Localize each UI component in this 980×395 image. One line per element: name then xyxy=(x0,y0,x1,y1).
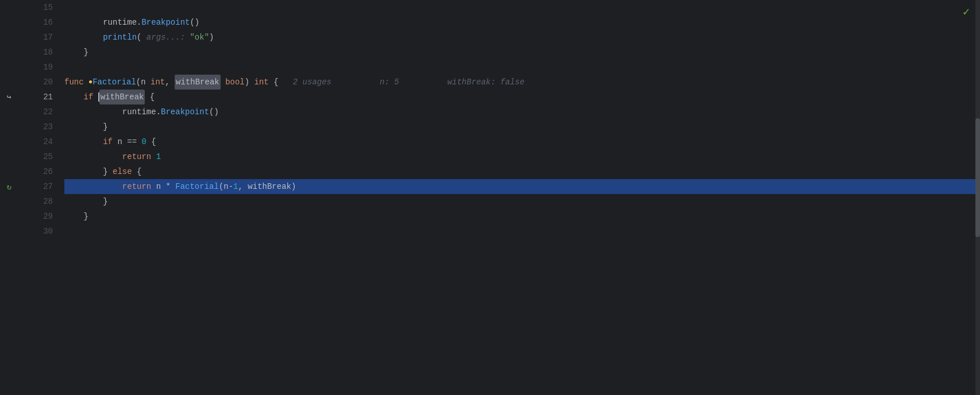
gutter-cell-30 xyxy=(0,224,18,239)
line-num-19: 19 xyxy=(18,60,53,75)
n-value-hint: n: 5 xyxy=(380,75,399,90)
func-kw: func xyxy=(64,75,88,90)
code-line-19 xyxy=(64,60,980,75)
line-num-22: 22 xyxy=(18,104,53,119)
int-type: int xyxy=(151,75,165,90)
n-param: n xyxy=(141,75,151,90)
code-content: runtime.Breakpoint() println( args...: "… xyxy=(60,0,980,395)
factorial-fn: Factorial xyxy=(92,75,136,90)
breakpoint-method2: Breakpoint xyxy=(161,104,209,119)
withbreak-var: withBreak xyxy=(99,90,145,104)
line-num-23: 23 xyxy=(18,119,53,134)
indent xyxy=(64,104,122,119)
indent xyxy=(64,0,103,15)
code-line-23: } xyxy=(64,119,980,134)
indent xyxy=(64,30,103,45)
one-num: 1 xyxy=(156,149,161,164)
line-num-17: 17 xyxy=(18,30,53,45)
gutter-cell-24 xyxy=(0,134,18,149)
ok-string: "ok" xyxy=(190,30,209,45)
code-line-22: runtime.Breakpoint() xyxy=(64,104,980,119)
code-line-26: } else { xyxy=(64,164,980,179)
code-line-16: runtime.Breakpoint() xyxy=(64,15,980,30)
line-num-29: 29 xyxy=(18,209,53,224)
vertical-scrollbar[interactable] xyxy=(975,0,980,395)
line-num-30: 30 xyxy=(18,224,53,239)
usages-hint: 2 usages xyxy=(283,75,331,90)
if-kw2: if xyxy=(103,134,117,149)
code-line-20: func ●Factorial(n int, withBreak bool) i… xyxy=(64,75,980,90)
gutter-cell-15 xyxy=(0,0,18,15)
runtime-obj2: runtime xyxy=(122,104,156,119)
line-num-15: 15 xyxy=(18,0,53,15)
bool-type: bool xyxy=(225,75,245,90)
line-num-25: 25 xyxy=(18,149,53,164)
println-fn: println xyxy=(103,30,137,45)
line-num-27: 27 xyxy=(18,179,53,194)
runtime-obj: runtime xyxy=(103,15,137,30)
line-num-20: 20 xyxy=(18,75,53,90)
gutter-cell-25 xyxy=(0,149,18,164)
gutter-cell-27: ↻ xyxy=(0,179,18,194)
factorial-call: Factorial xyxy=(175,179,219,194)
withbreak-param: withBreak xyxy=(175,75,221,90)
line-num-16: 16 xyxy=(18,15,53,30)
gutter-cell-28 xyxy=(0,194,18,209)
line-num-28: 28 xyxy=(18,194,53,209)
gutter-cell-16 xyxy=(0,15,18,30)
code-line-17: println( args...: "ok") xyxy=(64,30,980,45)
indent xyxy=(64,149,122,164)
gutter-cell-17 xyxy=(0,30,18,45)
gutter-cell-18 xyxy=(0,45,18,60)
line-num-26: 26 xyxy=(18,164,53,179)
line-num-21: 21 xyxy=(18,90,53,104)
gutter-cell-22 xyxy=(0,104,18,119)
line-num-18: 18 xyxy=(18,45,53,60)
code-area: ↪ ↻ 15 16 17 18 19 20 21 22 23 24 xyxy=(0,0,980,395)
code-line-27: return n * Factorial(n-1, withBreak) xyxy=(64,179,980,194)
line-numbers: 15 16 17 18 19 20 21 22 23 24 25 26 27 2… xyxy=(18,0,60,395)
code-line-24: if n == 0 { xyxy=(64,134,980,149)
gutter-cell-19 xyxy=(0,60,18,75)
code-line-25: return 1 xyxy=(64,149,980,164)
gutter-cell-21: ↪ xyxy=(0,90,18,104)
return-kw: return xyxy=(122,149,156,164)
indent xyxy=(64,134,103,149)
n-var2: n xyxy=(156,179,166,194)
n-var: n xyxy=(117,134,127,149)
indent xyxy=(64,90,84,104)
withbreak-value-hint: withBreak: false xyxy=(447,75,524,90)
code-line-28: } xyxy=(64,194,980,209)
one-num2: 1 xyxy=(233,179,238,194)
return-int-type: int xyxy=(254,75,269,90)
checkmark-icon: ✓ xyxy=(963,5,970,19)
code-line-18: } xyxy=(64,45,980,60)
bulb-icon: ● xyxy=(88,75,92,90)
code-editor: ↪ ↻ 15 16 17 18 19 20 21 22 23 24 xyxy=(0,0,980,395)
gutter: ↪ ↻ xyxy=(0,0,18,395)
gutter-cell-23 xyxy=(0,119,18,134)
indent xyxy=(64,164,103,179)
debug-breakpoint-icon: ↻ xyxy=(7,182,11,192)
args-hint: args...: xyxy=(141,30,190,45)
code-line-29: } xyxy=(64,209,980,224)
indent xyxy=(64,194,103,209)
breakpoint-method: Breakpoint xyxy=(141,15,190,30)
code-line-15 xyxy=(64,0,980,15)
zero-num: 0 xyxy=(141,134,146,149)
n-minus1: n xyxy=(223,179,228,194)
indent xyxy=(64,15,103,30)
gutter-cell-20 xyxy=(0,75,18,90)
scrollbar-thumb[interactable] xyxy=(975,118,980,237)
gutter-cell-26 xyxy=(0,164,18,179)
indent xyxy=(64,209,84,224)
indent xyxy=(64,45,84,60)
withbreak-arg: withBreak xyxy=(248,179,291,194)
code-line-30 xyxy=(64,224,980,239)
else-kw: else xyxy=(113,164,132,179)
return-kw2: return xyxy=(122,179,156,194)
line-num-24: 24 xyxy=(18,134,53,149)
code-line-21: if withBreak { xyxy=(64,90,980,104)
indent xyxy=(64,119,103,134)
if-kw: if xyxy=(84,90,98,104)
